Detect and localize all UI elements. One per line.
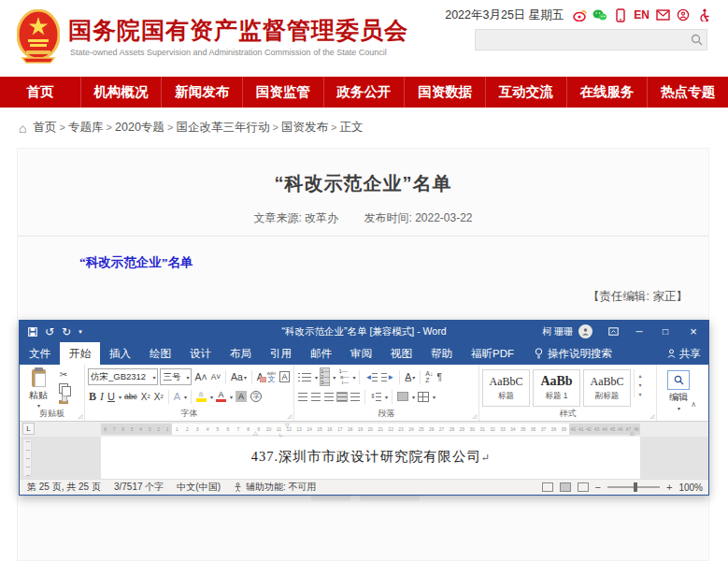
word-tab-2[interactable]: 开始: [60, 342, 100, 365]
clear-formatting-icon[interactable]: A: [256, 370, 264, 383]
copy-icon[interactable]: [57, 382, 70, 394]
word-tab-6[interactable]: 布局: [221, 342, 261, 365]
web-layout-view-button[interactable]: [578, 482, 589, 492]
paragraph-dialog-launcher-icon[interactable]: ◿: [472, 413, 477, 419]
ribbon-display-options-icon[interactable]: [600, 321, 626, 342]
search-input[interactable]: [476, 30, 686, 50]
word-count[interactable]: 3/7517 个字: [114, 481, 164, 494]
styles-gallery-scroll[interactable]: ▴▾▾: [634, 369, 646, 397]
font-color-icon[interactable]: A: [215, 390, 227, 403]
zoom-level[interactable]: 100%: [678, 482, 703, 493]
user-name[interactable]: 柯 珊珊: [536, 325, 578, 338]
styles-scroll-arrow-icon[interactable]: ▴: [638, 372, 641, 379]
zoom-slider[interactable]: [607, 486, 660, 488]
styles-scroll-arrow-icon[interactable]: ▾: [638, 391, 641, 397]
breadcrumb-link-1[interactable]: 首页: [33, 121, 56, 134]
nav-item-7[interactable]: 互动交流: [485, 77, 566, 108]
word-tab-12[interactable]: 福昕PDF: [462, 342, 523, 365]
close-button[interactable]: ×: [678, 321, 708, 342]
word-tab-3[interactable]: 插入: [100, 342, 140, 365]
mobile-icon[interactable]: [613, 7, 628, 22]
font-dialog-launcher-icon[interactable]: ◿: [287, 413, 292, 419]
increase-indent-icon[interactable]: ►: [380, 372, 395, 382]
distribute-icon[interactable]: [350, 392, 361, 402]
weibo-icon[interactable]: [572, 7, 587, 22]
tab-selector[interactable]: L: [22, 423, 35, 435]
nav-item-4[interactable]: 国资监管: [242, 77, 323, 108]
save-icon[interactable]: [28, 327, 37, 337]
breadcrumb-link-4[interactable]: 国企改革三年行动: [176, 121, 269, 134]
undo-icon[interactable]: ↺: [45, 326, 54, 338]
horizontal-ruler[interactable]: 87654321 1234567891011121314151617181920…: [101, 424, 640, 435]
accessibility-icon[interactable]: [696, 7, 711, 22]
italic-icon[interactable]: I: [99, 389, 105, 405]
word-tab-8[interactable]: 邮件: [301, 342, 341, 365]
contact-icon[interactable]: [676, 7, 691, 22]
word-tab-7[interactable]: 引用: [261, 342, 301, 365]
left-indent-marker[interactable]: △: [253, 430, 258, 436]
multilevel-list-icon[interactable]: 1— a— i—: [337, 367, 350, 386]
underline-icon[interactable]: U: [107, 390, 116, 403]
nav-item-9[interactable]: 热点专题: [647, 77, 728, 108]
character-border-icon[interactable]: A: [278, 370, 291, 383]
nav-item-8[interactable]: 在线服务: [566, 77, 648, 108]
text-effects-icon[interactable]: A: [173, 390, 181, 403]
style-card-2[interactable]: AaBb标题 1: [533, 369, 580, 407]
nav-item-1[interactable]: 首页: [0, 77, 80, 108]
vertical-ruler[interactable]: [22, 439, 32, 477]
strikethrough-icon[interactable]: abc: [123, 391, 138, 402]
nav-item-5[interactable]: 政务公开: [323, 77, 405, 108]
share-button[interactable]: 共享: [667, 342, 701, 365]
read-mode-view-button[interactable]: [542, 482, 553, 492]
character-shading-icon[interactable]: A: [235, 390, 248, 403]
qat-customize-icon[interactable]: ▾: [79, 328, 82, 335]
align-center-icon[interactable]: [310, 392, 321, 402]
align-left-icon[interactable]: [297, 392, 308, 402]
superscript-icon[interactable]: X2: [153, 391, 164, 403]
subscript-icon[interactable]: X2: [140, 391, 151, 403]
phonetic-guide-icon[interactable]: wén文: [266, 370, 277, 384]
word-tab-1[interactable]: 文件: [20, 342, 60, 365]
zoom-in-icon[interactable]: +: [666, 482, 672, 493]
font-size-combo[interactable]: 三号▾: [160, 368, 192, 385]
line-spacing-icon[interactable]: ⇕: [369, 392, 382, 402]
zoom-slider-thumb[interactable]: [634, 482, 637, 492]
bold-icon[interactable]: B: [88, 389, 97, 405]
styles-dialog-launcher-icon[interactable]: ◿: [649, 413, 654, 419]
avatar[interactable]: [578, 324, 592, 338]
decrease-indent-icon[interactable]: ◄: [364, 372, 378, 382]
nav-item-2[interactable]: 机构概况: [80, 77, 162, 108]
grow-font-icon[interactable]: A˄: [193, 370, 207, 383]
attachment-link[interactable]: “科改示范企业”名单: [79, 254, 193, 271]
search-icon[interactable]: [686, 30, 707, 50]
asian-layout-icon[interactable]: A̲▾: [404, 370, 416, 383]
language-indicator[interactable]: 中文(中国): [177, 481, 221, 494]
nav-item-6[interactable]: 国资数据: [404, 77, 485, 108]
style-card-1[interactable]: AaBbC标题: [482, 369, 530, 407]
shading-icon[interactable]: [396, 391, 409, 402]
numbering-icon[interactable]: 1—2—3—: [320, 367, 330, 386]
maximize-button[interactable]: □: [652, 321, 678, 342]
page-indicator[interactable]: 第 25 页, 共 25 页: [27, 481, 101, 494]
find-icon[interactable]: [667, 370, 690, 390]
format-painter-icon[interactable]: [57, 396, 70, 408]
breadcrumb-link-6[interactable]: 正文: [340, 121, 364, 134]
align-right-icon[interactable]: [323, 392, 335, 402]
change-case-icon[interactable]: Aa▾: [230, 370, 248, 383]
word-tab-10[interactable]: 视图: [381, 342, 421, 365]
document-page[interactable]: 437.深圳市市政设计研究院有限公司↵: [101, 437, 640, 479]
enclose-characters-icon[interactable]: 字: [250, 390, 263, 403]
wechat-icon[interactable]: [592, 7, 607, 22]
first-line-indent-marker[interactable]: ▽: [285, 423, 290, 428]
minimize-button[interactable]: ─: [626, 321, 652, 342]
nav-item-3[interactable]: 新闻发布: [161, 77, 242, 108]
redo-icon[interactable]: ↻: [62, 326, 71, 338]
clipboard-dialog-launcher-icon[interactable]: ◿: [78, 413, 82, 419]
paste-button[interactable]: 粘贴 ▾: [24, 369, 52, 409]
borders-icon[interactable]: [417, 391, 430, 403]
shrink-font-icon[interactable]: A˅: [210, 371, 222, 382]
breadcrumb-link-2[interactable]: 专题库: [68, 121, 104, 134]
sort-icon[interactable]: A↓Z: [424, 369, 434, 384]
tell-me-search[interactable]: 操作说明搜索: [535, 342, 612, 365]
mail-icon[interactable]: [655, 7, 670, 22]
